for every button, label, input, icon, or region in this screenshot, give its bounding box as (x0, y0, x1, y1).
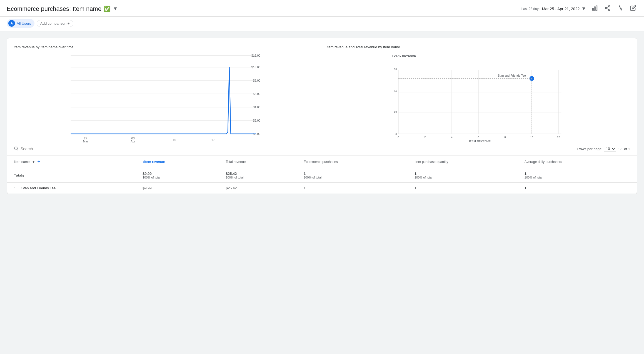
svg-text:4: 4 (451, 135, 453, 139)
svg-text:TOTAL REVENUE: TOTAL REVENUE (392, 54, 416, 57)
totals-avg-daily: 1 100% of total (518, 168, 637, 183)
svg-text:ITEM REVENUE: ITEM REVENUE (469, 139, 491, 142)
insights-icon[interactable] (616, 4, 625, 14)
all-users-chip[interactable]: A All Users (7, 19, 34, 28)
row-avg-daily-purchasers: 1 (518, 183, 637, 194)
scatter-chart-section: Item revenue and Total revenue by Item n… (326, 45, 630, 142)
svg-rect-2 (596, 6, 597, 11)
search-box (14, 146, 76, 152)
header-right: Last 28 days Mar 25 - Apr 21, 2022 ▼ (521, 4, 637, 14)
svg-text:17: 17 (211, 138, 215, 142)
scatter-chart-container: TOTAL REVENUE 0 10 20 30 (326, 54, 630, 142)
col-item-name: Item name ▼ + (7, 155, 136, 168)
col-item-revenue: ↓Item revenue (136, 155, 219, 168)
search-input[interactable] (21, 147, 76, 151)
line-chart-svg: $12.00 $10.00 $8.00 $6.00 $4.00 $2.00 $0… (14, 54, 318, 142)
col-total-revenue: Total revenue (219, 155, 297, 168)
svg-line-7 (607, 7, 608, 8)
table-section: Rows per page: 10 25 50 1-1 of 1 (7, 142, 637, 194)
charts-row: Item revenue by Item name over time $12.… (14, 45, 630, 142)
rows-per-page-select[interactable]: 10 25 50 (604, 146, 616, 152)
col-avg-daily-purchasers: Average daily purchasers (518, 155, 637, 168)
line-chart-title: Item revenue by Item name over time (14, 45, 318, 49)
chart-card: Item revenue by Item name over time $12.… (7, 38, 637, 194)
pagination-label: 1-1 of 1 (618, 147, 630, 151)
col-avg-daily-label: Average daily purchasers (525, 160, 562, 164)
svg-point-3 (608, 6, 610, 7)
main-content: Item revenue by Item name over time $12.… (0, 31, 644, 201)
all-users-label: All Users (17, 21, 31, 26)
table-header: Item name ▼ + ↓Item revenue Total revenu… (7, 155, 637, 168)
table-row: 1 Stan and Friends Tee $9.99 $25.42 1 1 … (7, 183, 637, 194)
plus-icon: + (68, 21, 70, 26)
rows-per-page-label: Rows per page: (577, 147, 603, 151)
scatter-chart-title: Item revenue and Total revenue by Item n… (326, 45, 630, 49)
pagination: Rows per page: 10 25 50 1-1 of 1 (577, 146, 630, 152)
page-title: Ecommerce purchases: Item name (7, 5, 101, 12)
row-item-name: Stan and Friends Tee (21, 186, 56, 190)
line-chart-section: Item revenue by Item name over time $12.… (14, 45, 318, 142)
svg-text:0: 0 (395, 132, 397, 135)
bar-chart-icon[interactable] (591, 4, 599, 14)
line-chart-container: $12.00 $10.00 $8.00 $6.00 $4.00 $2.00 $0… (14, 54, 318, 142)
title-dropdown[interactable]: ▼ (113, 6, 118, 12)
date-range: Last 28 days Mar 25 - Apr 21, 2022 ▼ (521, 6, 586, 12)
col-total-revenue-label: Total revenue (226, 160, 246, 164)
data-table: Item name ▼ + ↓Item revenue Total revenu… (7, 155, 637, 194)
table-body: Totals $9.99 100% of total $25.42 100% o… (7, 168, 637, 194)
col-item-purchase-qty: Item purchase quantity (408, 155, 518, 168)
svg-text:20: 20 (394, 90, 397, 93)
svg-rect-1 (594, 7, 595, 10)
subheader: A All Users Add comparison + (0, 17, 644, 31)
row-ecommerce-purchases: 1 (297, 183, 408, 194)
col-ecommerce-label: Ecommerce purchases (304, 160, 338, 164)
svg-point-5 (608, 9, 610, 11)
svg-text:0: 0 (398, 135, 399, 139)
row-item-purchase-qty: 1 (408, 183, 518, 194)
svg-line-56 (17, 149, 18, 150)
totals-total-revenue: $25.42 100% of total (219, 168, 297, 183)
totals-label: Totals (7, 168, 136, 183)
col-item-name-sort[interactable]: ▼ (32, 160, 35, 164)
svg-text:10: 10 (173, 138, 176, 142)
add-comparison-button[interactable]: Add comparison + (37, 20, 73, 27)
totals-item-purchase-qty: 1 100% of total (408, 168, 518, 183)
rows-per-page: Rows per page: 10 25 50 (577, 146, 616, 152)
charts-inner: Item revenue by Item name over time $12.… (7, 38, 637, 142)
svg-text:6: 6 (478, 135, 479, 139)
col-item-revenue-label: ↓Item revenue (143, 160, 165, 164)
row-item-revenue: $9.99 (136, 183, 219, 194)
user-avatar: A (8, 20, 15, 27)
svg-point-4 (605, 7, 607, 9)
totals-row: Totals $9.99 100% of total $25.42 100% o… (7, 168, 637, 183)
col-purchase-qty-label: Item purchase quantity (415, 160, 448, 164)
scatter-chart-svg: TOTAL REVENUE 0 10 20 30 (326, 54, 630, 142)
row-index: 1 Stan and Friends Tee (7, 183, 136, 194)
svg-text:30: 30 (394, 67, 397, 71)
share-icon[interactable] (603, 4, 612, 14)
svg-text:Stan and Friends Tee: Stan and Friends Tee (498, 74, 526, 77)
col-ecommerce-purchases: Ecommerce purchases (297, 155, 408, 168)
date-value: Mar 25 - Apr 21, 2022 (542, 7, 580, 11)
svg-text:10: 10 (530, 135, 533, 139)
svg-text:12: 12 (557, 135, 560, 139)
totals-item-revenue: $9.99 100% of total (136, 168, 219, 183)
date-label: Last 28 days (521, 7, 540, 11)
svg-text:Mar: Mar (83, 140, 88, 142)
svg-line-6 (607, 8, 608, 9)
add-column-button[interactable]: + (38, 159, 41, 165)
header-left: Ecommerce purchases: Item name ✅ ▼ (7, 5, 118, 12)
svg-point-55 (14, 147, 18, 150)
add-comparison-label: Add comparison (40, 21, 66, 26)
svg-text:2: 2 (424, 135, 426, 139)
svg-text:8: 8 (504, 135, 506, 139)
col-item-name-label: Item name (14, 160, 30, 164)
row-total-revenue: $25.42 (219, 183, 297, 194)
verified-icon: ✅ (104, 6, 111, 12)
date-dropdown[interactable]: ▼ (581, 6, 586, 12)
header: Ecommerce purchases: Item name ✅ ▼ Last … (0, 0, 644, 17)
search-icon (14, 146, 18, 152)
edit-icon[interactable] (629, 4, 637, 14)
svg-rect-0 (593, 8, 594, 10)
totals-ecommerce-purchases: 1 100% of total (297, 168, 408, 183)
